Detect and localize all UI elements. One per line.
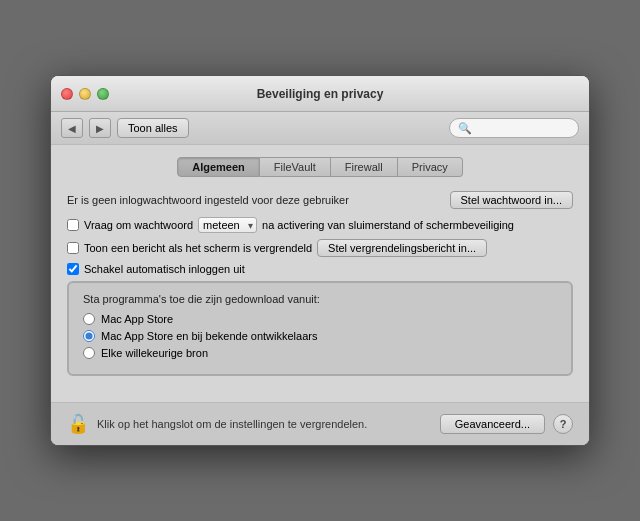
close-button[interactable] (61, 88, 73, 100)
tab-privacy[interactable]: Privacy (398, 157, 463, 177)
radio-mac-app-store-developers-row: Mac App Store en bij bekende ontwikkelaa… (83, 330, 557, 342)
password-timing-select[interactable]: meteen (198, 217, 257, 233)
forward-icon: ▶ (96, 123, 104, 134)
radio-anywhere[interactable] (83, 347, 95, 359)
download-source-label: Sta programma's toe die zijn gedownload … (83, 293, 557, 305)
lock-message: Klik op het hangslot om de instellingen … (97, 418, 432, 430)
password-info-row: Er is geen inlogwachtwoord ingesteld voo… (67, 191, 573, 209)
advanced-button[interactable]: Geavanceerd... (440, 414, 545, 434)
show-message-label: Toon een bericht als het scherm is vergr… (84, 242, 312, 254)
main-content: Algemeen FileVault Firewall Privacy Er i… (51, 145, 589, 402)
back-button[interactable]: ◀ (61, 118, 83, 138)
tab-bar: Algemeen FileVault Firewall Privacy (67, 157, 573, 177)
ask-password-label-after: na activering van sluimerstand of scherm… (262, 219, 514, 231)
no-password-text: Er is geen inlogwachtwoord ingesteld voo… (67, 194, 349, 206)
radio-mac-app-store-developers-label: Mac App Store en bij bekende ontwikkelaa… (101, 330, 317, 342)
tab-algemeen[interactable]: Algemeen (177, 157, 260, 177)
tab-filevault[interactable]: FileVault (260, 157, 331, 177)
tab-firewall[interactable]: Firewall (331, 157, 398, 177)
preferences-window: Beveiliging en privacy ◀ ▶ Toon alles 🔍 … (50, 75, 590, 446)
help-button[interactable]: ? (553, 414, 573, 434)
show-all-button[interactable]: Toon alles (117, 118, 189, 138)
auto-login-checkbox[interactable] (67, 263, 79, 275)
ask-password-label-before: Vraag om wachtwoord (84, 219, 193, 231)
search-box: 🔍 (449, 118, 579, 138)
radio-mac-app-store[interactable] (83, 313, 95, 325)
radio-mac-app-store-developers[interactable] (83, 330, 95, 342)
ask-password-row: Vraag om wachtwoord meteen na activering… (67, 217, 573, 233)
radio-mac-app-store-row: Mac App Store (83, 313, 557, 325)
footer: 🔓 Klik op het hangslot om de instellinge… (51, 402, 589, 445)
titlebar: Beveiliging en privacy (51, 76, 589, 112)
password-timing-select-wrap: meteen (198, 217, 257, 233)
set-password-button[interactable]: Stel wachtwoord in... (450, 191, 574, 209)
auto-login-label: Schakel automatisch inloggen uit (84, 263, 245, 275)
show-message-checkbox[interactable] (67, 242, 79, 254)
forward-button[interactable]: ▶ (89, 118, 111, 138)
search-icon: 🔍 (458, 122, 472, 135)
ask-password-checkbox[interactable] (67, 219, 79, 231)
download-source-box: Sta programma's toe die zijn gedownload … (67, 281, 573, 376)
show-message-row: Toon een bericht als het scherm is vergr… (67, 239, 573, 257)
set-lock-message-button[interactable]: Stel vergrendelingsbericht in... (317, 239, 487, 257)
back-icon: ◀ (68, 123, 76, 134)
radio-anywhere-label: Elke willekeurige bron (101, 347, 208, 359)
window-title: Beveiliging en privacy (257, 87, 384, 101)
traffic-lights (61, 88, 109, 100)
maximize-button[interactable] (97, 88, 109, 100)
minimize-button[interactable] (79, 88, 91, 100)
radio-mac-app-store-label: Mac App Store (101, 313, 173, 325)
radio-anywhere-row: Elke willekeurige bron (83, 347, 557, 359)
toolbar: ◀ ▶ Toon alles 🔍 (51, 112, 589, 145)
auto-login-row: Schakel automatisch inloggen uit (67, 263, 573, 275)
lock-icon: 🔓 (67, 413, 89, 435)
